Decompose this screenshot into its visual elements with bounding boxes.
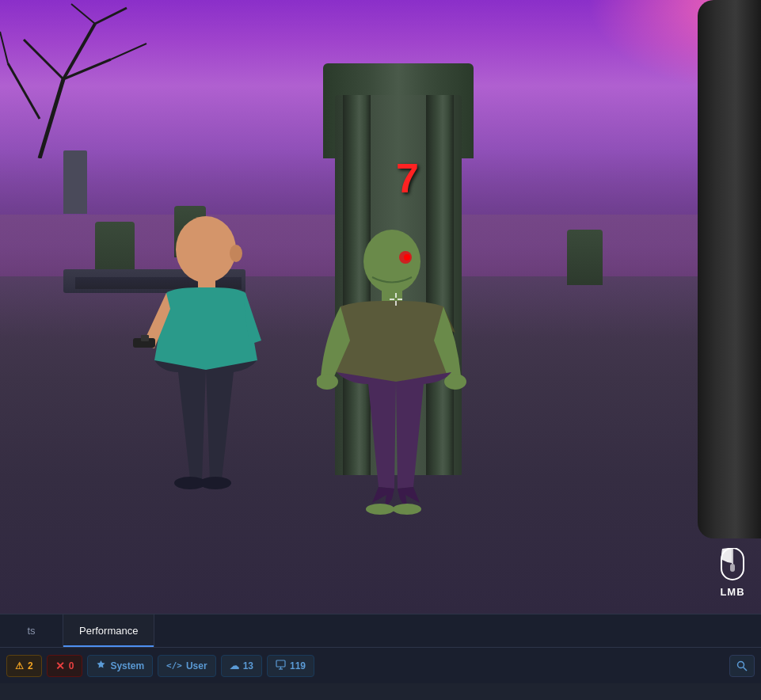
svg-point-16	[363, 230, 420, 293]
svg-rect-13	[141, 335, 149, 341]
tab-performance[interactable]: Performance	[63, 614, 154, 647]
svg-point-18	[404, 254, 410, 261]
player-svg	[127, 202, 285, 535]
system-badge[interactable]: System	[87, 655, 153, 677]
cloud-icon: ☁	[230, 660, 239, 671]
warning-badge[interactable]: ⚠ 2	[6, 655, 42, 677]
zombie-svg	[317, 218, 475, 550]
lmb-indicator: LMB	[720, 548, 745, 598]
crosshair-svg	[388, 291, 404, 307]
svg-rect-30	[730, 564, 735, 572]
zombie-character	[317, 218, 475, 550]
cloud-count: 13	[243, 660, 253, 671]
svg-point-20	[317, 374, 338, 390]
svg-line-1	[63, 24, 95, 79]
svg-point-10	[230, 245, 242, 262]
crosshair	[388, 291, 404, 307]
tab-tests-label: ts	[27, 625, 35, 637]
search-button[interactable]	[729, 655, 755, 677]
svg-line-7	[8, 63, 40, 119]
svg-point-9	[176, 216, 236, 283]
tombstone-3	[567, 230, 603, 285]
user-label: User	[186, 660, 207, 671]
svg-rect-31	[276, 660, 285, 667]
monitor-icon	[276, 660, 286, 672]
search-icon	[736, 660, 748, 671]
svg-point-21	[444, 374, 466, 390]
svg-line-8	[0, 32, 8, 63]
tabs-row: ts Performance	[0, 614, 761, 648]
lmb-label: LMB	[720, 586, 744, 598]
svg-line-4	[71, 4, 95, 24]
error-count: 0	[69, 660, 74, 671]
svg-line-0	[40, 79, 63, 158]
tab-performance-label: Performance	[79, 625, 138, 637]
svg-point-34	[738, 661, 744, 668]
svg-point-22	[366, 504, 394, 515]
lmb-icon-svg	[720, 548, 745, 583]
svg-line-35	[744, 667, 748, 671]
user-badge[interactable]: </> User	[158, 655, 216, 677]
bg-statue	[63, 150, 87, 214]
status-bar: ⚠ 2 ✕ 0 System </> User ☁ 13	[0, 648, 761, 683]
warning-count: 2	[28, 660, 33, 671]
system-icon	[96, 660, 106, 672]
svg-point-15	[200, 477, 231, 489]
game-viewport: 7 LMB	[0, 0, 761, 614]
cloud-badge[interactable]: ☁ 13	[221, 655, 262, 677]
svg-line-6	[111, 44, 146, 59]
bullet-counter: 7	[396, 154, 419, 202]
error-icon: ✕	[55, 660, 65, 672]
error-badge[interactable]: ✕ 0	[47, 655, 83, 677]
monitor-count: 119	[290, 660, 306, 671]
svg-line-3	[95, 8, 127, 24]
svg-point-23	[393, 504, 421, 515]
tree-branches-svg	[0, 0, 174, 158]
tree-trunk-right	[698, 0, 761, 538]
warning-icon: ⚠	[15, 660, 24, 671]
bottom-toolbar: ts Performance ⚠ 2 ✕ 0 System </> User	[0, 614, 761, 700]
user-icon: </>	[166, 660, 182, 671]
monitor-badge[interactable]: 119	[267, 655, 314, 677]
svg-line-2	[24, 40, 63, 79]
player-character	[127, 202, 285, 535]
system-label: System	[110, 660, 144, 671]
tab-tests[interactable]: ts	[0, 614, 63, 647]
